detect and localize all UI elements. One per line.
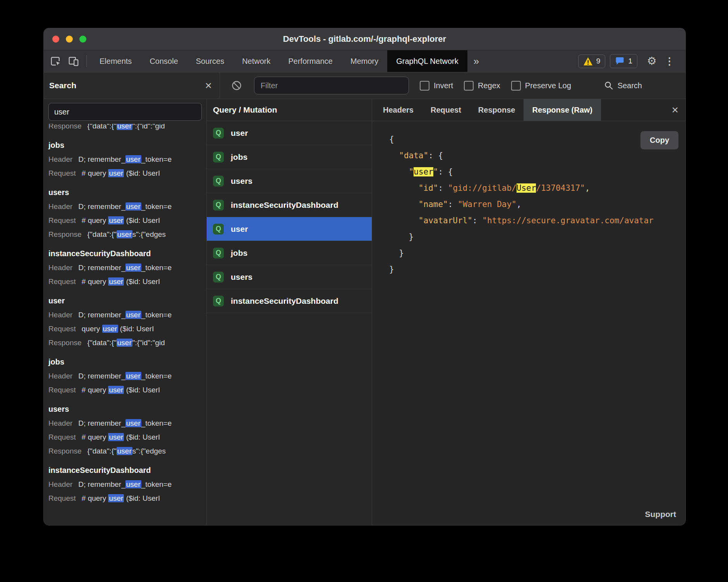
search-result-text: ($id: UserI (124, 494, 160, 502)
close-window-button[interactable] (52, 36, 59, 43)
filter-input[interactable] (254, 77, 409, 94)
search-result-row[interactable]: Request# query user ($id: UserI (48, 430, 206, 444)
search-result-group-user[interactable]: user (48, 296, 206, 305)
search-result-row[interactable]: Request# query user ($id: UserI (48, 166, 206, 180)
search-match-highlight: user (117, 230, 132, 238)
query-list-item-user[interactable]: Quser (207, 121, 372, 145)
search-result-group-jobs[interactable]: jobs (48, 141, 206, 150)
issues-warning-badge[interactable]: 9 (578, 55, 606, 68)
checkbox-box-invert[interactable] (420, 81, 429, 91)
search-result-row[interactable]: Response{"data":{"user":{"id":"gid (48, 336, 206, 350)
search-result-row[interactable]: HeaderD; remember_user_token=e (48, 261, 206, 275)
query-list-item-jobs[interactable]: Qjobs (207, 145, 372, 169)
search-match-highlight: user (108, 433, 124, 441)
checkbox-regex[interactable]: Regex (464, 81, 500, 91)
search-result-text: _token=e (141, 311, 172, 319)
query-list-item-jobs[interactable]: Qjobs (207, 241, 372, 265)
settings-gear-icon[interactable]: ⚙ (643, 52, 661, 70)
search-match-highlight: user (125, 264, 141, 272)
search-result-row[interactable]: HeaderD; remember_user_token=e (48, 416, 206, 430)
search-result-text: ($id: UserI (124, 169, 160, 177)
query-list-item-instancesecuritydashboard[interactable]: QinstanceSecurityDashboard (207, 193, 372, 217)
search-result-row[interactable]: Request# query user ($id: UserI (48, 275, 206, 289)
search-result-text: # query (82, 386, 108, 394)
detail-tab-headers[interactable]: Headers (374, 99, 422, 121)
search-result-row[interactable]: Request# query user ($id: UserI (48, 491, 206, 505)
devtools-tab-graphql-network[interactable]: GraphQL Network (387, 50, 467, 72)
close-detail-button[interactable]: × (671, 104, 678, 116)
query-type-badge: Q (213, 128, 224, 139)
search-result-row-label: Request (48, 494, 76, 502)
search-result-text: D; remember_ (78, 264, 125, 272)
search-result-text: {"data":{" (88, 447, 117, 455)
devtools-tab-performance[interactable]: Performance (280, 50, 342, 72)
search-result-text: ($id: UserI (124, 433, 160, 441)
search-result-text: {"data":{" (88, 230, 117, 238)
filter-checkboxes: InvertRegexPreserve Log (420, 81, 571, 91)
detail-tab-response[interactable]: Response (470, 99, 524, 121)
search-result-row[interactable]: Request# query user ($id: UserI (48, 214, 206, 228)
search-result-text: # query (82, 494, 108, 502)
more-tabs-button[interactable]: » (467, 55, 485, 67)
minimize-window-button[interactable] (66, 36, 73, 43)
search-result-row[interactable]: HeaderD; remember_user_token=e (48, 200, 206, 214)
copy-button[interactable]: Copy (640, 131, 678, 149)
support-link[interactable]: Support (645, 510, 676, 519)
search-result-text: {"data":{" (88, 124, 117, 130)
checkbox-box-preserve-log[interactable] (511, 81, 521, 91)
clear-requests-icon[interactable] (230, 79, 243, 92)
kebab-menu-icon[interactable]: ⋮ (661, 52, 678, 70)
json-token: "name" (419, 200, 448, 209)
query-list-item-users[interactable]: Qusers (207, 169, 372, 193)
close-search-panel-button[interactable]: × (205, 80, 212, 91)
search-result-row[interactable]: HeaderD; remember_user_token=e (48, 308, 206, 322)
query-list-item-instancesecuritydashboard[interactable]: QinstanceSecurityDashboard (207, 289, 372, 313)
json-line: "avatarUrl": "https://secure.gravatar.co… (389, 212, 685, 229)
query-list-item-user[interactable]: Quser (207, 217, 372, 241)
search-result-row[interactable]: HeaderD; remember_user_token=e (48, 478, 206, 491)
devtools-tab-console[interactable]: Console (141, 50, 187, 72)
search-result-text: ($id: UserI (124, 277, 160, 286)
inspect-element-icon[interactable] (47, 52, 65, 70)
search-toggle[interactable]: Search (604, 80, 642, 91)
search-result-text: _token=e (141, 202, 172, 211)
zoom-window-button[interactable] (79, 36, 86, 43)
search-result-group-instancesecuritydashboard[interactable]: instanceSecurityDashboard (48, 466, 206, 475)
search-result-row[interactable]: HeaderD; remember_user_token=e (48, 152, 206, 166)
search-result-row[interactable]: Requestquery user ($id: UserI (48, 322, 206, 336)
search-result-group-jobs[interactable]: jobs (48, 358, 206, 366)
console-messages-badge[interactable]: 1 (610, 54, 637, 68)
search-result-text: # query (82, 433, 108, 441)
checkbox-preserve-log[interactable]: Preserve Log (511, 81, 571, 91)
search-result-text: # query (82, 169, 108, 177)
search-match-highlight: user (108, 494, 124, 502)
devtools-tab-sources[interactable]: Sources (187, 50, 233, 72)
search-result-row[interactable]: Response{"data":{"users":{"edges (48, 228, 206, 241)
search-input[interactable] (48, 103, 202, 121)
search-result-row[interactable]: Request# query user ($id: UserI (48, 383, 206, 397)
checkbox-box-regex[interactable] (464, 81, 474, 91)
search-result-row[interactable]: Response{"data":{"users":{"edges (48, 444, 206, 458)
search-result-text: ($id: UserI (118, 325, 154, 333)
detail-tab-response-raw[interactable]: Response (Raw) (524, 99, 601, 121)
search-result-row[interactable]: Response{"data":{"user":{"id":"gid (48, 124, 206, 133)
checkbox-invert[interactable]: Invert (420, 81, 453, 91)
json-token: : (448, 200, 458, 209)
devtools-tab-elements[interactable]: Elements (91, 50, 141, 72)
search-result-group-users[interactable]: users (48, 188, 206, 197)
toolbar-divider (86, 55, 87, 67)
detail-tab-request[interactable]: Request (422, 99, 470, 121)
devtools-tab-network[interactable]: Network (233, 50, 279, 72)
search-result-row[interactable]: HeaderD; remember_user_token=e (48, 369, 206, 383)
json-token: "https://secure.gravatar.com/avatar (482, 216, 654, 225)
search-result-text: D; remember_ (78, 419, 125, 427)
device-toolbar-icon[interactable] (65, 52, 82, 70)
search-result-group-users[interactable]: users (48, 405, 206, 414)
json-match-highlight: User (517, 183, 536, 193)
search-match-highlight: user (125, 372, 141, 380)
search-result-group-instancesecuritydashboard[interactable]: instanceSecurityDashboard (48, 249, 206, 258)
traffic-lights (52, 36, 86, 43)
query-list-item-users[interactable]: Qusers (207, 265, 372, 289)
search-result-text: ":{"id":"gid (132, 339, 165, 347)
devtools-tab-memory[interactable]: Memory (342, 50, 387, 72)
